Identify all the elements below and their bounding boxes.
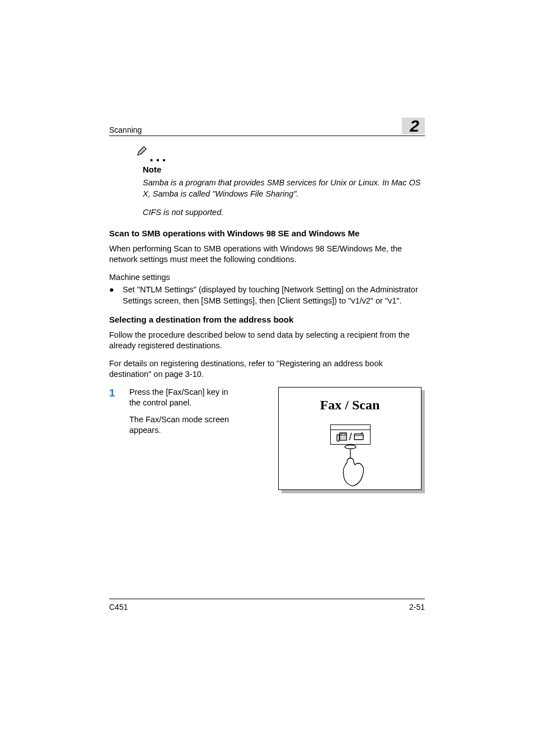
svg-rect-10: [354, 434, 363, 440]
svg-line-3: [142, 148, 144, 151]
note-ellipsis: ...: [149, 148, 168, 165]
svg-point-8: [343, 437, 344, 438]
note-pencil-icon: [136, 146, 147, 157]
step-1-text-a: Press the [Fax/Scan] key in the control …: [129, 387, 236, 409]
manual-page: Scanning 2 ... Note Samba is a program t…: [0, 0, 534, 756]
svg-rect-6: [341, 434, 345, 436]
note-block: ... Note Samba is a program that provide…: [143, 146, 425, 218]
scan-icon: [353, 432, 364, 442]
footer-page: 2-51: [409, 603, 425, 612]
label-machine-settings: Machine settings: [109, 272, 425, 283]
step-1-text-b: The Fax/Scan mode screen appears.: [129, 414, 236, 436]
svg-rect-4: [337, 435, 339, 441]
svg-line-0: [139, 152, 141, 154]
subheading-smb: Scan to SMB operations with Windows 98 S…: [109, 228, 425, 238]
subheading-addrbook: Selecting a destination from the address…: [109, 315, 425, 324]
para-addrbook-1: Follow the procedure described below to …: [109, 330, 425, 352]
chapter-number-badge: 2: [402, 118, 425, 134]
svg-point-13: [345, 445, 356, 449]
slash-icon: /: [349, 432, 352, 442]
running-header: Scanning 2: [109, 118, 425, 136]
para-smb-intro: When performing Scan to SMB operations w…: [109, 244, 425, 265]
hand-press-icon: [339, 445, 370, 487]
note-body-1: Samba is a program that provides SMB ser…: [143, 178, 425, 199]
section-name: Scanning: [109, 125, 142, 134]
footer-model: C451: [109, 603, 128, 612]
bullet-dot-icon: ●: [109, 284, 123, 306]
step-1: 1 Press the [Fax/Scan] key in the contro…: [109, 387, 425, 493]
note-title: Note: [143, 165, 425, 174]
fax-scan-key: /: [330, 424, 371, 445]
bullet-ntlm: ● Set "NTLM Settings" (displayed by touc…: [109, 284, 425, 306]
svg-point-7: [341, 437, 343, 438]
figure-fax-scan: Fax / Scan /: [278, 387, 425, 493]
note-body-2: CIFS is not supported.: [143, 207, 425, 218]
bullet-ntlm-text: Set "NTLM Settings" (displayed by touchi…: [123, 284, 425, 306]
svg-point-9: [345, 437, 346, 438]
page-content: ... Note Samba is a program that provide…: [109, 146, 425, 493]
figure-title: Fax / Scan: [279, 398, 421, 413]
svg-line-2: [141, 150, 143, 152]
fax-icon: [336, 432, 348, 442]
svg-line-1: [140, 151, 142, 153]
step-number: 1: [109, 387, 129, 399]
page-footer: C451 2-51: [109, 599, 425, 612]
para-addrbook-2: For details on registering destinations,…: [109, 358, 425, 380]
